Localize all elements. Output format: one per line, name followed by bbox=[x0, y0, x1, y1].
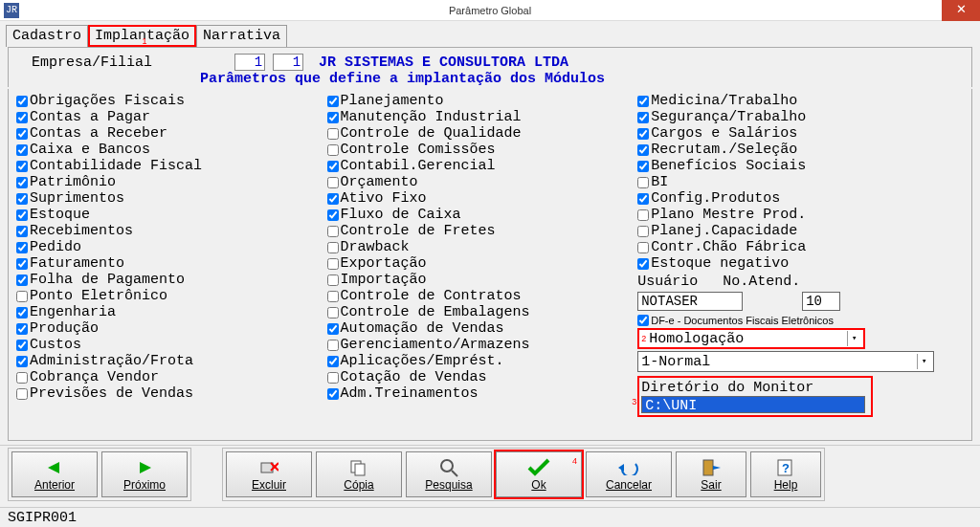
module-checkbox[interactable]: Patrimônio bbox=[16, 174, 327, 190]
module-checkbox[interactable]: Config.Produtos bbox=[637, 190, 964, 207]
anterior-button[interactable]: Anterior bbox=[11, 451, 98, 497]
checkbox[interactable] bbox=[16, 307, 28, 318]
module-checkbox[interactable]: Contabil.Gerencial bbox=[327, 158, 638, 174]
module-checkbox[interactable]: Produção bbox=[16, 320, 327, 337]
dfe-checkbox[interactable] bbox=[637, 315, 649, 326]
module-checkbox[interactable]: Planej.Capacidade bbox=[637, 223, 964, 239]
checkbox[interactable] bbox=[327, 209, 339, 221]
usuario-input[interactable] bbox=[637, 292, 743, 311]
module-checkbox[interactable]: Cotação de Vendas bbox=[327, 369, 638, 385]
checkbox[interactable] bbox=[16, 177, 28, 188]
checkbox[interactable] bbox=[16, 96, 28, 107]
checkbox[interactable] bbox=[16, 356, 28, 367]
module-checkbox[interactable]: Fluxo de Caixa bbox=[327, 207, 638, 223]
empresa-input[interactable] bbox=[234, 54, 265, 71]
module-checkbox[interactable]: Controle de Embalagens bbox=[327, 304, 638, 320]
checkbox[interactable] bbox=[637, 161, 649, 172]
module-checkbox[interactable]: Estoque bbox=[16, 207, 327, 223]
module-checkbox[interactable]: Benefícios Sociais bbox=[637, 158, 964, 174]
module-checkbox[interactable]: Pedido bbox=[16, 239, 327, 255]
checkbox[interactable] bbox=[327, 177, 339, 188]
checkbox[interactable] bbox=[16, 340, 28, 351]
checkbox[interactable] bbox=[327, 96, 339, 107]
checkbox[interactable] bbox=[327, 274, 339, 286]
combo-homologacao[interactable]: 2 Homologação ▾ bbox=[637, 328, 865, 349]
module-checkbox[interactable]: Ativo Fixo bbox=[327, 190, 638, 207]
module-checkbox[interactable]: Folha de Pagamento bbox=[16, 272, 327, 288]
checkbox[interactable] bbox=[327, 242, 339, 253]
module-checkbox[interactable]: Adm.Treinamentos bbox=[327, 385, 638, 402]
module-checkbox[interactable]: Recebimentos bbox=[16, 223, 327, 239]
tab-implantacao[interactable]: Implantação 1 bbox=[88, 25, 196, 47]
checkbox[interactable] bbox=[637, 209, 649, 221]
checkbox[interactable] bbox=[327, 112, 339, 123]
module-checkbox[interactable]: Ponto Eletrônico bbox=[16, 288, 327, 304]
module-checkbox[interactable]: Administração/Frota bbox=[16, 353, 327, 369]
module-checkbox[interactable]: Cargos e Salários bbox=[637, 125, 964, 142]
tab-cadastro[interactable]: Cadastro bbox=[6, 25, 88, 47]
module-checkbox[interactable]: Importação bbox=[327, 272, 638, 288]
module-checkbox[interactable]: Segurança/Trabalho bbox=[637, 109, 964, 125]
module-checkbox[interactable]: Engenharia bbox=[16, 304, 327, 320]
checkbox[interactable] bbox=[16, 226, 28, 237]
module-checkbox[interactable]: Suprimentos bbox=[16, 190, 327, 207]
checkbox[interactable] bbox=[327, 356, 339, 367]
module-checkbox[interactable]: Contr.Chão Fábrica bbox=[637, 239, 964, 255]
checkbox[interactable] bbox=[16, 258, 28, 270]
checkbox[interactable] bbox=[637, 96, 649, 107]
module-checkbox[interactable]: Previsões de Vendas bbox=[16, 385, 327, 402]
checkbox[interactable] bbox=[327, 388, 339, 400]
checkbox[interactable] bbox=[327, 372, 339, 384]
checkbox[interactable] bbox=[327, 161, 339, 172]
checkbox[interactable] bbox=[16, 372, 28, 384]
copia-button[interactable]: Cópia bbox=[316, 451, 402, 497]
checkbox[interactable] bbox=[637, 226, 649, 237]
module-checkbox[interactable]: Estoque negativo bbox=[637, 255, 964, 272]
checkbox[interactable] bbox=[16, 144, 28, 156]
module-checkbox[interactable]: Aplicações/Emprést. bbox=[327, 353, 638, 369]
sair-button[interactable]: Sair bbox=[676, 451, 746, 497]
checkbox[interactable] bbox=[327, 340, 339, 351]
module-checkbox[interactable]: Manutenção Industrial bbox=[327, 109, 638, 125]
checkbox[interactable] bbox=[637, 177, 649, 188]
excluir-button[interactable]: Excluir bbox=[226, 451, 312, 497]
module-checkbox[interactable]: Controle de Contratos bbox=[327, 288, 638, 304]
proximo-button[interactable]: Próximo bbox=[101, 451, 188, 497]
checkbox[interactable] bbox=[16, 112, 28, 123]
module-checkbox[interactable]: Controle Comissões bbox=[327, 142, 638, 158]
help-button[interactable]: ? Help bbox=[750, 451, 821, 497]
module-checkbox[interactable]: Drawback bbox=[327, 239, 638, 255]
module-checkbox[interactable]: Recrutam./Seleção bbox=[637, 142, 964, 158]
checkbox[interactable] bbox=[327, 291, 339, 302]
checkbox[interactable] bbox=[16, 209, 28, 221]
checkbox[interactable] bbox=[16, 128, 28, 140]
checkbox[interactable] bbox=[16, 323, 28, 335]
module-checkbox[interactable]: Controle de Fretes bbox=[327, 223, 638, 239]
checkbox[interactable] bbox=[16, 193, 28, 205]
module-checkbox[interactable]: Medicina/Trabalho bbox=[637, 93, 964, 109]
module-checkbox[interactable]: Cobrança Vendor bbox=[16, 369, 327, 385]
tab-narrativa[interactable]: Narrativa bbox=[196, 25, 287, 47]
checkbox[interactable] bbox=[637, 193, 649, 205]
module-checkbox[interactable]: Obrigações Fiscais bbox=[16, 93, 327, 109]
filial-input[interactable] bbox=[273, 54, 303, 71]
module-checkbox[interactable]: Contas a Pagar bbox=[16, 109, 327, 125]
checkbox[interactable] bbox=[637, 242, 649, 253]
module-checkbox[interactable]: Gerenciamento/Armazens bbox=[327, 337, 638, 353]
module-checkbox[interactable]: Caixa e Bancos bbox=[16, 142, 327, 158]
module-checkbox[interactable]: Contas a Receber bbox=[16, 125, 327, 142]
cancelar-button[interactable]: Cancelar bbox=[586, 451, 672, 497]
no-atend-input[interactable] bbox=[802, 292, 840, 311]
checkbox[interactable] bbox=[637, 144, 649, 156]
module-checkbox[interactable]: Automação de Vendas bbox=[327, 320, 638, 337]
checkbox[interactable] bbox=[16, 274, 28, 286]
checkbox[interactable] bbox=[637, 112, 649, 123]
checkbox[interactable] bbox=[637, 128, 649, 140]
checkbox[interactable] bbox=[327, 226, 339, 237]
checkbox[interactable] bbox=[16, 161, 28, 172]
checkbox[interactable] bbox=[16, 388, 28, 400]
module-checkbox[interactable]: Faturamento bbox=[16, 255, 327, 272]
checkbox[interactable] bbox=[327, 128, 339, 140]
checkbox[interactable] bbox=[327, 193, 339, 205]
checkbox[interactable] bbox=[327, 323, 339, 335]
